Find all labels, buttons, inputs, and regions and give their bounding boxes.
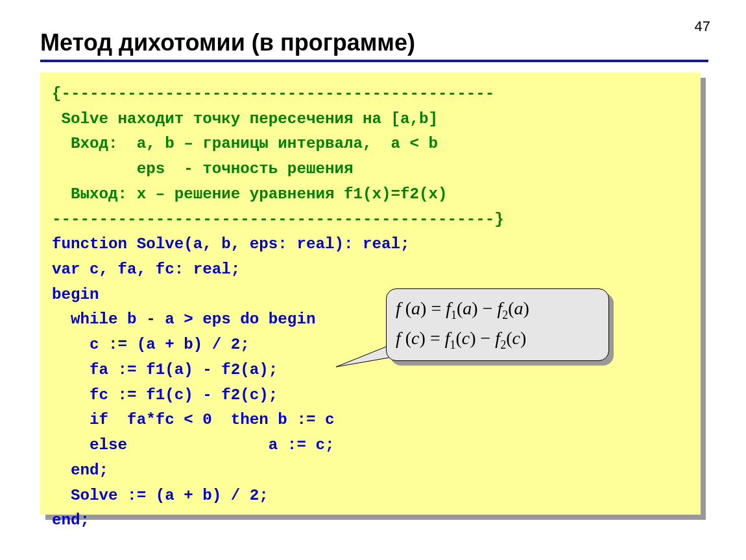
- code-line: fa := f1(a) - f2(a);: [52, 361, 278, 379]
- code-line: end;: [52, 511, 90, 529]
- code-line: else a := c;: [52, 436, 334, 454]
- comment-line: ----------------------------------------…: [52, 211, 504, 228]
- comment-line: Solve находит точку пересечения на [a,b]: [52, 110, 438, 128]
- comment-line: Вход: a, b – границы интервала, a < b: [52, 135, 438, 152]
- code-line: function Solve(a, b, eps: real): real;: [52, 235, 410, 253]
- code-line: end;: [52, 461, 108, 479]
- formula-fc: f (c) = f1(c) − f2(c): [396, 327, 599, 353]
- comment-line: Выход: x – решение уравнения f1(x)=f2(x): [52, 185, 448, 203]
- title-underline: [40, 60, 708, 62]
- comment-line: eps - точность решения: [52, 160, 353, 178]
- formula-callout: f (a) = f1(a) − f2(a) f (c) = f1(c) − f2…: [386, 288, 609, 361]
- formula-fa: f (a) = f1(a) − f2(a): [396, 297, 599, 323]
- comment-line: {---------------------------------------…: [52, 85, 494, 102]
- code-line: Solve := (a + b) / 2;: [52, 487, 269, 504]
- code-line: fc := f1(c) - f2(c);: [52, 386, 278, 404]
- page-number: 47: [695, 18, 710, 35]
- code-line: var c, fa, fc: real;: [52, 261, 240, 278]
- code-line: if fa*fc < 0 then b := c: [52, 411, 334, 428]
- code-line: c := (a + b) / 2;: [52, 336, 250, 353]
- code-line: while b - a > eps do begin: [52, 310, 315, 328]
- code-line: begin: [52, 286, 99, 303]
- slide-title: Метод дихотомии (в программе): [40, 29, 415, 56]
